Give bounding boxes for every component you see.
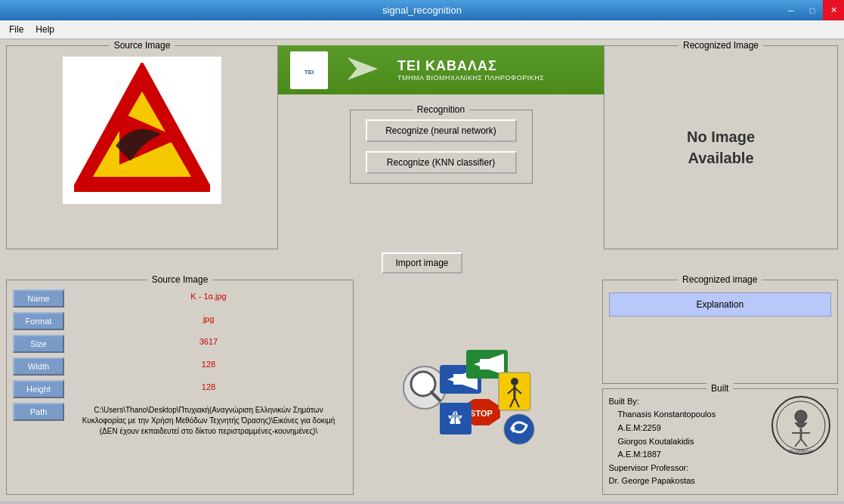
recognized-info-panel: Recognized image Explanation xyxy=(602,280,839,384)
import-section: Import image xyxy=(6,252,838,274)
tei-title: ΤΕΙ ΚΑΒΑΛΑΣ xyxy=(397,58,544,74)
tei-text: ΤΕΙ ΚΑΒΑΛΑΣ ΤΜΗΜΑ ΒΙΟΜΗΧΑΝΙΚΗΣ ΠΛΗΡΟΦΟΡΙ… xyxy=(397,58,544,82)
name-value: K - 1α.jpg xyxy=(70,289,347,303)
svg-text:🛣: 🛣 xyxy=(448,410,463,426)
recognition-box: Recognition Recognize (neural network) R… xyxy=(350,110,533,184)
size-row: Size 3617 xyxy=(13,335,347,353)
svg-point-20 xyxy=(511,378,518,385)
person2-aem: A.E.M:1887 xyxy=(618,448,765,462)
path-row: Path C:\Users\Thano\Desktop\Πτυχιακή(Ανα… xyxy=(13,403,347,439)
size-value: 3617 xyxy=(70,335,347,348)
close-button[interactable]: ✕ xyxy=(823,0,844,20)
built-text: Built By: Thanasis Konstantopoulos A.E.M… xyxy=(609,395,765,488)
format-label: Format xyxy=(13,312,64,330)
supervisor-name: Dr. George Papakostas xyxy=(609,475,765,488)
svg-point-28 xyxy=(504,414,534,444)
path-value: C:\Users\Thano\Desktop\Πτυχιακή(Αναγνώρι… xyxy=(70,403,347,439)
recognized-info-label: Recognized image xyxy=(678,274,762,285)
minimize-button[interactable]: ─ xyxy=(781,0,802,20)
menu-bar: File Help xyxy=(0,20,844,39)
tei-logo: TEI xyxy=(290,51,328,89)
height-label: Height xyxy=(13,380,64,398)
source-image-display xyxy=(63,57,221,204)
height-value: 128 xyxy=(70,380,347,394)
recognition-label: Recognition xyxy=(413,104,469,115)
format-row: Format jpg xyxy=(13,312,347,330)
top-section: Source Image xyxy=(6,45,838,249)
source-info-panel: Source Image Name K - 1α.jpg Format jpg … xyxy=(6,280,354,495)
source-info-label: Source Image xyxy=(147,274,213,285)
svg-text:ΤΕΙ ΚΑΒΑΛΑΣ: ΤΕΙ ΚΑΒΑΛΑΣ xyxy=(789,449,813,453)
signs-image-area: STOP 🛣 xyxy=(360,280,596,495)
height-row: Height 128 xyxy=(13,380,347,398)
bottom-section: Source Image Name K - 1α.jpg Format jpg … xyxy=(6,280,838,495)
supervisor-label: Supervisor Professor: xyxy=(609,462,765,475)
tei-header: TEI ΤΕΙ ΚΑΒΑΛΑΣ ΤΜΗΜΑ ΒΙΟΜΗΧΑΝΙΚΗΣ ΠΛΗΡΟ… xyxy=(278,45,604,94)
svg-marker-7 xyxy=(348,57,378,80)
svg-rect-16 xyxy=(480,359,504,369)
source-image-svg xyxy=(74,63,210,199)
format-value: jpg xyxy=(70,312,347,326)
main-content: Source Image xyxy=(0,39,844,501)
built-by-label: Built By: xyxy=(609,395,765,409)
menu-help[interactable]: Help xyxy=(29,22,60,37)
middle-panel: TEI ΤΕΙ ΚΑΒΑΛΑΣ ΤΜΗΜΑ ΒΙΟΜΗΧΑΝΙΚΗΣ ΠΛΗΡΟ… xyxy=(278,45,604,249)
size-label: Size xyxy=(13,335,64,353)
svg-text:TEI: TEI xyxy=(304,69,313,76)
tei-seal: ΤΕΙ ΚΑΒΑΛΑΣ xyxy=(771,395,831,456)
name-row: Name K - 1α.jpg xyxy=(13,289,347,308)
recognized-image-label: Recognized Image xyxy=(679,40,763,51)
window-controls: ─ □ ✕ xyxy=(781,0,844,20)
tei-subtitle: ΤΜΗΜΑ ΒΙΟΜΗΧΑΝΙΚΗΣ ΠΛΗΡΟΦΟΡΙΚΗΣ xyxy=(397,74,544,82)
svg-text:STOP: STOP xyxy=(470,409,493,418)
source-image-label: Source Image xyxy=(110,40,175,51)
neural-network-button[interactable]: Recognize (neural network) xyxy=(366,119,517,142)
signs-collage-svg: STOP 🛣 xyxy=(402,327,553,448)
person2-name: Giorgos Koutalakidis xyxy=(618,435,765,449)
name-label: Name xyxy=(13,289,64,308)
svg-line-36 xyxy=(801,439,807,447)
app-title: signal_recognition xyxy=(382,5,462,16)
person1-aem: A.E.M:2259 xyxy=(618,422,765,435)
svg-line-35 xyxy=(795,439,801,447)
built-panel: Built Built By: Thanasis Konstantopoulos… xyxy=(602,388,839,495)
title-bar: signal_recognition ─ □ ✕ xyxy=(0,0,844,20)
svg-point-32 xyxy=(795,410,807,422)
person1-name: Thanasis Konstantopoulos xyxy=(618,408,765,422)
maximize-button[interactable]: □ xyxy=(802,0,823,20)
source-image-panel: Source Image xyxy=(6,45,278,249)
recognized-image-panel: Recognized Image No ImageAvailable xyxy=(604,45,838,249)
built-label: Built xyxy=(706,383,733,394)
path-label: Path xyxy=(13,403,64,421)
width-label: Width xyxy=(13,357,64,376)
menu-file[interactable]: File xyxy=(3,22,29,37)
knn-button[interactable]: Recognize (KNN classifier) xyxy=(366,151,517,174)
width-value: 128 xyxy=(70,357,347,371)
no-image-text: No ImageAvailable xyxy=(687,126,755,169)
arrow-decoration xyxy=(340,50,385,90)
explanation-button[interactable]: Explanation xyxy=(609,292,832,317)
width-row: Width 128 xyxy=(13,357,347,376)
import-image-button[interactable]: Import image xyxy=(382,252,462,274)
